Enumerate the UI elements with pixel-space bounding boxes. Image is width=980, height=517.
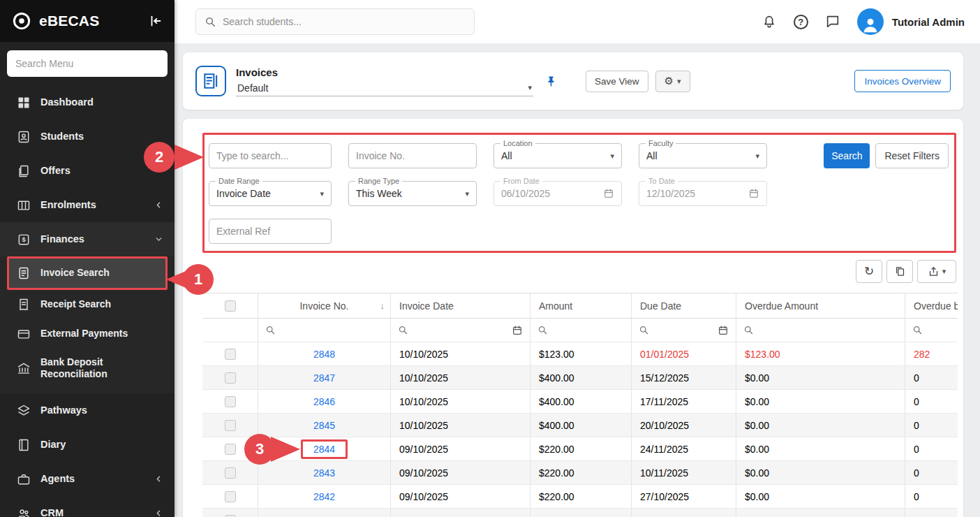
export-button[interactable]: ▾ xyxy=(917,260,956,283)
sidebar-item-crm[interactable]: CRM xyxy=(0,496,175,517)
view-settings-button[interactable]: ⚙ ▾ xyxy=(655,71,690,92)
menu-search-input[interactable] xyxy=(7,50,168,77)
invoice-link[interactable]: 2844 xyxy=(313,444,335,455)
row-checkbox[interactable] xyxy=(225,420,236,431)
collapse-sidebar-icon[interactable] xyxy=(148,13,163,29)
view-selector[interactable]: Default ▾ xyxy=(236,80,533,96)
invoice-no-cell: 2842 xyxy=(258,485,391,508)
copy-button[interactable] xyxy=(886,260,913,283)
search-icon xyxy=(537,325,548,335)
row-checkbox[interactable] xyxy=(225,515,236,517)
invoice-link[interactable]: 2846 xyxy=(313,396,335,407)
column-filter-invoice-date[interactable] xyxy=(391,319,530,342)
column-header-overdue-amount[interactable]: Overdue Amount xyxy=(736,293,905,318)
sidebar-item-enrolments[interactable]: Enrolments xyxy=(0,188,175,222)
table-row: 2843 09/10/2025 $220.00 10/11/2025 $0.00… xyxy=(202,461,958,485)
chevron-down-icon: ▾ xyxy=(677,78,681,85)
row-checkbox[interactable] xyxy=(225,444,236,455)
external-ref-input[interactable] xyxy=(216,226,324,237)
table-toolbar: ↻ ▾ xyxy=(183,260,956,283)
sidebar-item-external-payments[interactable]: External Payments xyxy=(0,319,175,349)
invoice-link[interactable]: 2845 xyxy=(313,420,335,431)
filter-cell-empty xyxy=(202,319,258,342)
invoice-table: Invoice No. ↓ Invoice Date Amount Due Da… xyxy=(202,293,958,517)
sidebar-item-bank-deposit-reconciliation[interactable]: Bank Deposit Reconciliation xyxy=(0,349,175,388)
search-button[interactable]: Search xyxy=(824,143,870,168)
topbar: ? Tutorial Admin xyxy=(175,0,980,43)
row-checkbox[interactable] xyxy=(225,372,236,384)
column-filter-amount[interactable] xyxy=(530,319,632,342)
sidebar-item-invoice-search[interactable]: Invoice Search xyxy=(9,258,165,288)
menu-search xyxy=(0,42,175,85)
row-checkbox[interactable] xyxy=(225,349,236,360)
pin-icon[interactable] xyxy=(544,75,558,88)
column-header-invoice-date[interactable]: Invoice Date xyxy=(391,293,530,318)
filter-search-input[interactable] xyxy=(216,150,324,161)
refresh-icon: ↻ xyxy=(864,264,874,279)
sidebar-item-agents[interactable]: Agents xyxy=(0,462,175,496)
avatar xyxy=(857,8,884,35)
from-date-input[interactable]: From Date 06/10/2025 xyxy=(493,181,622,206)
overdue-by-cell: 0 xyxy=(905,414,958,437)
view-header-card: Invoices Default ▾ Save View ⚙ ▾ Invoice… xyxy=(183,52,963,110)
sidebar: eBECAS Dashboard Students Offers xyxy=(0,0,175,517)
user-menu[interactable]: Tutorial Admin xyxy=(857,8,965,35)
sidebar-item-label: Offers xyxy=(40,164,163,177)
faculty-value: All xyxy=(646,150,751,161)
location-select[interactable]: Location All ▾ xyxy=(493,143,622,168)
row-checkbox[interactable] xyxy=(225,491,236,502)
column-header-invoice-no[interactable]: Invoice No. ↓ xyxy=(258,293,391,318)
amount-cell: $220.00 xyxy=(530,485,632,508)
sidebar-item-receipt-search[interactable]: Receipt Search xyxy=(0,290,175,319)
sidebar-item-diary[interactable]: Diary xyxy=(0,428,175,462)
sidebar-item-students[interactable]: Students xyxy=(0,119,175,154)
invoice-link[interactable]: 2848 xyxy=(313,349,335,360)
overdue-amount-cell: $0.00 xyxy=(736,485,905,508)
invoice-date-cell xyxy=(391,509,530,517)
save-view-button[interactable]: Save View xyxy=(586,71,648,92)
invoice-link[interactable]: 2843 xyxy=(313,467,335,479)
row-checkbox[interactable] xyxy=(225,396,236,407)
column-header-amount[interactable]: Amount xyxy=(530,293,632,318)
due-date-cell: 10/11/2025 xyxy=(632,461,736,484)
filter-invoice-no-input[interactable] xyxy=(356,150,469,161)
column-header-overdue-by[interactable]: Overdue b xyxy=(905,293,958,318)
checkbox-cell xyxy=(202,390,258,413)
amount-cell: $400.00 xyxy=(530,414,632,437)
notifications-bell-icon[interactable] xyxy=(762,14,777,29)
chat-icon[interactable] xyxy=(825,14,840,29)
row-checkbox[interactable] xyxy=(225,467,236,479)
column-filter-overdue-amount[interactable] xyxy=(736,319,905,342)
overdue-by-cell: 0 xyxy=(905,461,958,484)
column-filter-due-date[interactable] xyxy=(632,319,736,342)
annotation-box-filters: Location All ▾ Faculty All ▾ Search Rese… xyxy=(202,133,956,253)
sidebar-item-pathways[interactable]: Pathways xyxy=(0,393,175,428)
reset-filters-button[interactable]: Reset Filters xyxy=(875,143,949,168)
sidebar-item-label: Diary xyxy=(40,438,163,451)
refresh-button[interactable]: ↻ xyxy=(856,260,882,283)
sidebar-item-offers[interactable]: Offers xyxy=(0,154,175,188)
invoice-link[interactable]: 2842 xyxy=(313,491,335,502)
faculty-select[interactable]: Faculty All ▾ xyxy=(639,143,767,168)
date-range-select[interactable]: Date Range Invoice Date ▾ xyxy=(209,181,332,206)
sidebar-item-dashboard[interactable]: Dashboard xyxy=(0,85,175,119)
range-type-select[interactable]: Range Type This Week ▾ xyxy=(348,181,477,206)
sidebar-item-finances[interactable]: $ Finances xyxy=(0,222,175,256)
column-header-due-date[interactable]: Due Date xyxy=(632,293,736,318)
column-filter-invoice-no[interactable] xyxy=(258,319,391,342)
to-date-input[interactable]: To Date 12/10/2025 xyxy=(639,181,767,206)
from-date-label: From Date xyxy=(500,177,542,185)
invoices-overview-button[interactable]: Invoices Overview xyxy=(854,70,951,92)
select-all-checkbox[interactable] xyxy=(225,300,236,312)
student-search-input[interactable] xyxy=(223,16,466,27)
invoice-link[interactable]: 2847 xyxy=(313,372,335,384)
table-filter-row xyxy=(202,319,958,342)
invoice-date-cell: 10/10/2025 xyxy=(391,390,530,413)
due-date-cell xyxy=(632,509,736,517)
app-screen: eBECAS Dashboard Students Offers xyxy=(0,0,980,517)
search-icon xyxy=(743,325,754,335)
filter-row-3 xyxy=(209,219,950,244)
help-icon[interactable]: ? xyxy=(794,15,808,29)
column-filter-overdue-by[interactable] xyxy=(905,319,958,342)
sidebar-item-label: Pathways xyxy=(40,404,163,416)
